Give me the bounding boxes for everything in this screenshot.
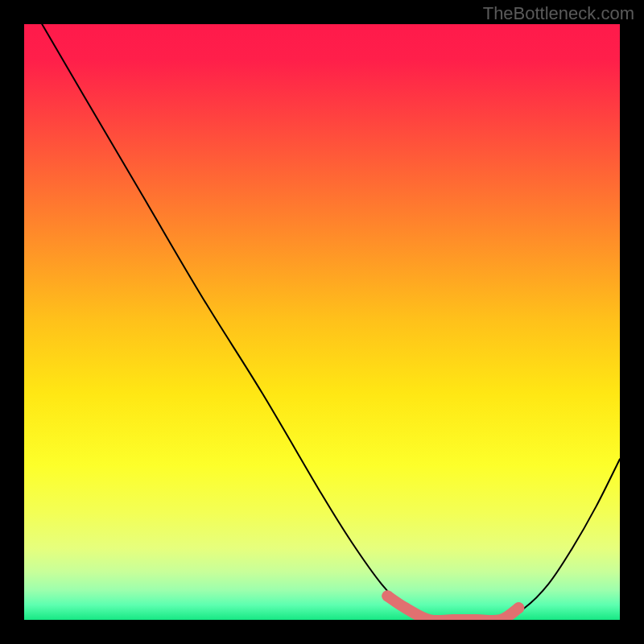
svg-rect-0: [24, 24, 620, 620]
plot-area: [24, 24, 620, 620]
watermark-text: TheBottleneck.com: [483, 3, 634, 24]
plot-container: [24, 24, 620, 620]
plot-background-gradient: [24, 24, 620, 620]
